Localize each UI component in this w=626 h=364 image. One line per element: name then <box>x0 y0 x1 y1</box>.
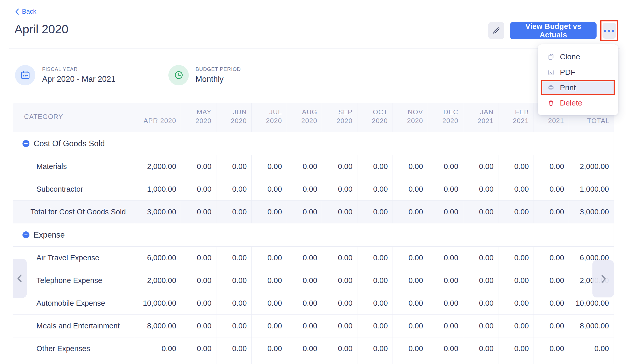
table-row: Subcontractor1,000.000.000.000.000.000.0… <box>13 178 614 201</box>
menu-item-clone[interactable]: Clone <box>538 49 618 64</box>
value-cell: 0.00 <box>463 315 499 337</box>
value-cell: 0.00 <box>428 155 463 178</box>
value-cell <box>181 360 216 364</box>
scroll-right-button[interactable] <box>592 260 614 297</box>
value-cell: 0.00 <box>357 269 393 292</box>
value-cell: 0.00 <box>252 315 287 337</box>
value-cell <box>534 360 569 364</box>
menu-item-label: Delete <box>560 99 582 107</box>
more-actions-button[interactable] <box>602 23 616 39</box>
value-cell: 0.00 <box>322 315 357 337</box>
value-cell: 0.00 <box>534 247 569 269</box>
group-row-spacer <box>135 132 614 155</box>
table-row: Materials2,000.000.000.000.000.000.000.0… <box>13 155 614 178</box>
value-cell: 0.00 <box>463 337 499 360</box>
value-cell: 0.00 <box>463 247 499 269</box>
value-cell: 0.00 <box>216 292 252 315</box>
value-cell: 0.00 <box>181 315 216 337</box>
value-cell: 0.00 <box>216 269 252 292</box>
trash-icon <box>547 100 554 107</box>
category-cell: Meals and Entertainment <box>13 315 135 337</box>
value-cell: 0.00 <box>322 247 357 269</box>
column-header: MAY 2020 <box>181 103 216 132</box>
value-cell: 0.00 <box>498 269 534 292</box>
more-button-highlight-annotation <box>600 20 618 41</box>
column-header: SEP 2020 <box>322 103 357 132</box>
chevron-left-icon <box>15 273 24 284</box>
value-cell: 8,000.00 <box>135 315 181 337</box>
calendar-icon <box>15 65 35 85</box>
table-row: Meals and Entertainment8,000.000.000.000… <box>13 315 614 337</box>
value-cell: 0.00 <box>393 155 428 178</box>
category-cell: Cost Of Goods Sold <box>13 132 135 155</box>
edit-button[interactable] <box>488 22 504 39</box>
value-cell: 0.00 <box>357 247 393 269</box>
category-cell: Expense <box>13 223 135 247</box>
clock-icon <box>168 65 189 85</box>
value-cell: 0.00 <box>252 269 287 292</box>
value-cell: 0.00 <box>498 201 534 223</box>
group-row: Expense <box>13 223 614 247</box>
value-cell: 0.00 <box>216 337 252 360</box>
value-cell: 0.00 <box>252 178 287 201</box>
category-cell: Telephone Expense <box>13 269 135 292</box>
fiscal-year-value: Apr 2020 - Mar 2021 <box>42 75 115 84</box>
value-cell: 0.00 <box>534 178 569 201</box>
header-divider <box>9 48 620 49</box>
value-cell: 3,000.00 <box>135 201 181 223</box>
value-cell: 0.00 <box>287 155 322 178</box>
value-cell: 0.00 <box>534 201 569 223</box>
value-cell: 0.00 <box>252 247 287 269</box>
chevron-right-icon <box>599 274 608 284</box>
value-cell: 0.00 <box>534 315 569 337</box>
value-cell: 0.00 <box>357 178 393 201</box>
value-cell: 0.00 <box>216 315 252 337</box>
column-header: DEC 2020 <box>428 103 463 132</box>
ellipsis-icon <box>604 30 606 32</box>
category-cell: Automobile Expense <box>13 292 135 315</box>
value-cell: 0.00 <box>287 247 322 269</box>
value-cell: 0.00 <box>498 315 534 337</box>
value-cell: 0.00 <box>534 337 569 360</box>
value-cell: 0.00 <box>287 292 322 315</box>
value-cell: 2,000.00 <box>569 155 614 178</box>
scroll-left-button[interactable] <box>13 259 27 298</box>
value-cell: 0.00 <box>181 178 216 201</box>
value-cell: 0.00 <box>252 201 287 223</box>
budget-period-label: BUDGET PERIOD <box>195 66 241 72</box>
view-budget-vs-actuals-button[interactable]: View Budget vs Actuals <box>510 22 597 39</box>
clone-icon <box>547 53 554 60</box>
menu-item-print[interactable]: Print <box>541 80 615 95</box>
value-cell <box>393 360 428 364</box>
value-cell: 0.00 <box>393 178 428 201</box>
column-header: OCT 2020 <box>357 103 393 132</box>
menu-item-delete[interactable]: Delete <box>538 95 618 111</box>
collapse-minus-icon[interactable] <box>22 231 29 238</box>
value-cell: 0.00 <box>216 155 252 178</box>
value-cell: 0.00 <box>498 178 534 201</box>
budget-period-card: BUDGET PERIOD Monthly <box>168 64 241 86</box>
value-cell: 0.00 <box>216 247 252 269</box>
table-row: Air Travel Expense6,000.000.000.000.000.… <box>13 247 614 269</box>
column-header: JUN 2020 <box>216 103 252 132</box>
value-cell: 0.00 <box>322 269 357 292</box>
value-cell <box>135 360 181 364</box>
back-link[interactable]: Back <box>15 8 36 15</box>
value-cell: 0.00 <box>463 292 499 315</box>
value-cell <box>569 360 614 364</box>
menu-item-label: Print <box>560 83 576 92</box>
value-cell: 0.00 <box>287 337 322 360</box>
menu-item-pdf[interactable]: PDF <box>538 64 618 80</box>
value-cell <box>463 360 499 364</box>
value-cell: 0.00 <box>428 292 463 315</box>
subtotal-row: Total for Cost Of Goods Sold3,000.000.00… <box>13 201 614 223</box>
collapse-minus-icon[interactable] <box>22 140 29 147</box>
value-cell: 0.00 <box>428 269 463 292</box>
category-cell: Materials <box>13 155 135 178</box>
column-header: NOV 2020 <box>393 103 428 132</box>
value-cell <box>216 360 252 364</box>
value-cell <box>428 360 463 364</box>
value-cell: 0.00 <box>463 269 499 292</box>
value-cell: 0.00 <box>181 155 216 178</box>
value-cell: 0.00 <box>357 315 393 337</box>
